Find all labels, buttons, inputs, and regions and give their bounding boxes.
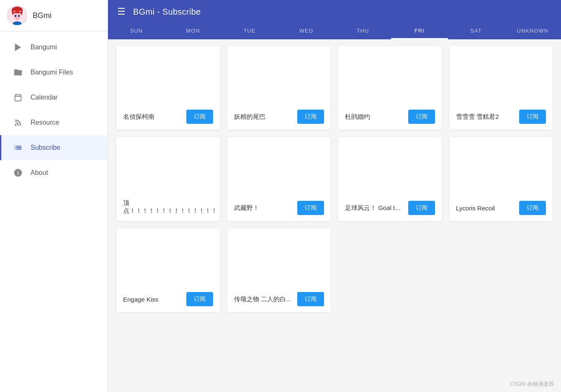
sidebar-item-label-bangumi-files: Bangumi Files <box>31 69 73 76</box>
card-title-8: Lycoris Recoil <box>456 205 516 212</box>
card-footer-1: 名侦探柯南 订阅 <box>116 104 220 130</box>
tab-wed[interactable]: WED <box>278 23 335 39</box>
sidebar-item-label-calendar: Calendar <box>31 94 58 101</box>
avatar <box>8 6 27 25</box>
card-footer-7: 足球风云！ Goal t... 订阅 <box>338 195 442 221</box>
menu-icon[interactable]: ☰ <box>117 6 126 17</box>
tab-sat[interactable]: SAT <box>448 23 504 39</box>
svg-point-7 <box>15 124 17 126</box>
anime-card-7: 足球风云！ Goal t... 订阅 <box>338 137 442 221</box>
svg-point-4 <box>15 15 16 17</box>
sidebar-item-label-resource: Resource <box>31 119 59 126</box>
app-title: BGmi <box>33 11 51 20</box>
card-footer-9: Engage Kiss 订阅 <box>116 286 220 312</box>
main-content: ☰ BGmi - Subscribe SUN MON TUE WED THU F… <box>108 0 561 392</box>
card-footer-10: 传颂之物 二人的白... 订阅 <box>227 286 331 312</box>
card-title-2: 妖精的尾巴 <box>234 113 294 121</box>
sidebar-item-calendar[interactable]: Calendar <box>0 85 108 110</box>
card-image-10 <box>227 228 331 286</box>
card-title-1: 名侦探柯南 <box>123 113 183 121</box>
card-image-9 <box>116 228 220 286</box>
play-icon <box>13 42 23 52</box>
tab-thu[interactable]: THU <box>335 23 391 39</box>
folder-icon <box>13 67 23 77</box>
card-footer-3: 杜鹃婚约 订阅 <box>338 104 442 130</box>
subscribe-btn-9[interactable]: 订阅 <box>186 292 213 306</box>
anime-card-2: 妖精的尾巴 订阅 <box>227 46 331 130</box>
card-image-3 <box>338 46 442 104</box>
card-title-5: 顶点！！！！！！！！！！！！！！ <box>123 199 217 215</box>
anime-card-8: Lycoris Recoil 订阅 <box>449 137 553 221</box>
card-image-7 <box>338 137 442 195</box>
anime-card-5: 顶点！！！！！！！！！！！！！！ 订阅 <box>116 137 220 221</box>
card-image-2 <box>227 46 331 104</box>
sidebar-item-bangumi[interactable]: Bangumi <box>0 35 108 60</box>
tab-mon[interactable]: MON <box>165 23 221 39</box>
subscribe-btn-7[interactable]: 订阅 <box>408 201 435 215</box>
info-icon <box>13 168 23 178</box>
svg-point-6 <box>16 10 18 12</box>
subscribe-btn-6[interactable]: 订阅 <box>297 201 324 215</box>
content-area: 名侦探柯南 订阅 妖精的尾巴 订阅 杜鹃婚约 订阅 <box>108 39 561 392</box>
subscribe-btn-3[interactable]: 订阅 <box>408 110 435 124</box>
card-title-6: 武藏野！ <box>234 204 294 212</box>
card-image-6 <box>227 137 331 195</box>
card-image-4 <box>449 46 553 104</box>
card-image-8 <box>449 137 553 195</box>
tab-tue[interactable]: TUE <box>221 23 278 39</box>
sidebar-item-label-bangumi: Bangumi <box>31 44 57 51</box>
sidebar-item-label-subscribe: Subscribe <box>31 144 60 151</box>
anime-card-4: 雪雪雪 雪糕君2 订阅 <box>449 46 553 130</box>
topbar: ☰ BGmi - Subscribe <box>108 0 561 23</box>
card-title-10: 传颂之物 二人的白... <box>234 295 294 303</box>
sidebar-item-resource[interactable]: Resource <box>0 110 108 135</box>
subscribe-btn-2[interactable]: 订阅 <box>297 110 324 124</box>
list-icon <box>13 143 23 153</box>
subscribe-btn-4[interactable]: 订阅 <box>519 110 546 124</box>
card-footer-6: 武藏野！ 订阅 <box>227 195 331 221</box>
anime-card-9: Engage Kiss 订阅 <box>116 228 220 312</box>
rss-icon <box>13 118 23 128</box>
sidebar-nav: Bangumi Bangumi Files Calendar Resource <box>0 35 108 185</box>
sidebar-item-label-about: About <box>31 169 48 177</box>
page-title: BGmi - Subscribe <box>133 7 201 17</box>
card-footer-2: 妖精的尾巴 订阅 <box>227 104 331 130</box>
anime-card-3: 杜鹃婚约 订阅 <box>338 46 442 130</box>
card-title-4: 雪雪雪 雪糕君2 <box>456 113 516 121</box>
sidebar-item-bangumi-files[interactable]: Bangumi Files <box>0 60 108 85</box>
card-title-7: 足球风云！ Goal t... <box>345 204 405 212</box>
anime-card-1: 名侦探柯南 订阅 <box>116 46 220 130</box>
subscribe-btn-10[interactable]: 订阅 <box>297 292 324 306</box>
card-footer-5: 顶点！！！！！！！！！！！！！！ 订阅 <box>116 193 220 221</box>
sidebar-item-about[interactable]: About <box>0 160 108 185</box>
sidebar: BGmi Bangumi Bangumi Files Calendar <box>0 0 108 392</box>
day-tabs: SUN MON TUE WED THU FRI SAT UNKNOWN <box>108 23 561 39</box>
subscribe-btn-1[interactable]: 订阅 <box>186 110 213 124</box>
sidebar-header: BGmi <box>0 0 108 31</box>
svg-point-3 <box>12 7 23 13</box>
svg-point-5 <box>18 15 20 17</box>
tab-unknown[interactable]: UNKNOWN <box>504 23 561 39</box>
card-footer-4: 雪雪雪 雪糕君2 订阅 <box>449 104 553 130</box>
card-image-1 <box>116 46 220 104</box>
tab-fri[interactable]: FRI <box>391 23 448 39</box>
tab-sun[interactable]: SUN <box>108 23 165 39</box>
anime-card-6: 武藏野！ 订阅 <box>227 137 331 221</box>
card-title-9: Engage Kiss <box>123 296 183 303</box>
card-title-3: 杜鹃婚约 <box>345 113 405 121</box>
sidebar-item-subscribe[interactable]: Subscribe <box>0 135 108 160</box>
anime-card-10: 传颂之物 二人的白... 订阅 <box>227 228 331 312</box>
calendar-icon <box>13 92 23 102</box>
watermark: CSDN @杨浦老苏 <box>510 380 554 388</box>
anime-cards-grid: 名侦探柯南 订阅 妖精的尾巴 订阅 杜鹃婚约 订阅 <box>116 46 553 312</box>
subscribe-btn-8[interactable]: 订阅 <box>519 201 546 215</box>
card-image-5 <box>116 137 220 193</box>
card-footer-8: Lycoris Recoil 订阅 <box>449 195 553 221</box>
